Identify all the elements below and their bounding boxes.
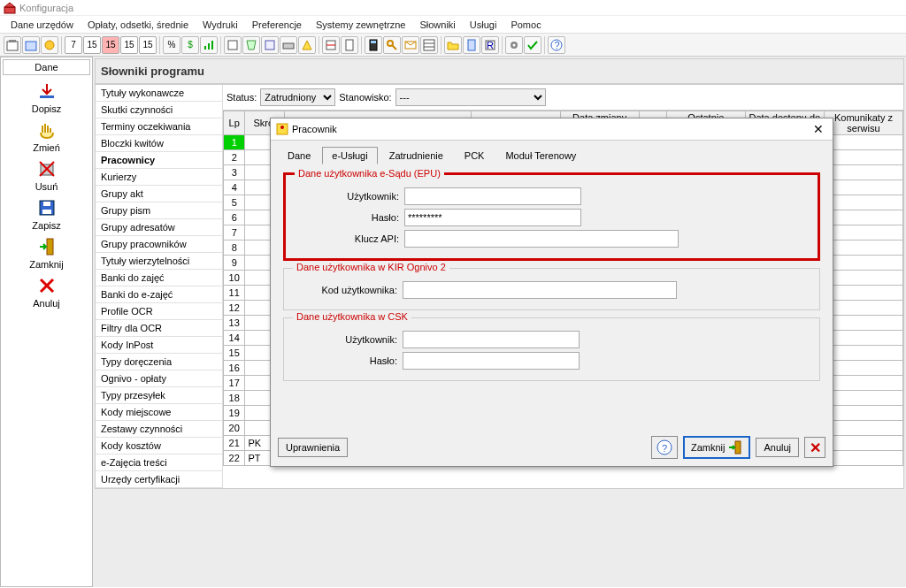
menu-preferencje[interactable]: Preferencje (245, 18, 309, 32)
menu-uslugi[interactable]: Usługi (463, 18, 504, 32)
tool-icon-1[interactable] (4, 36, 21, 54)
dialog-x-button[interactable]: ✕ (804, 437, 825, 458)
dict-item[interactable]: Terminy oczekiwania (96, 118, 222, 135)
tool-doc-icon[interactable] (341, 36, 358, 54)
fieldset-csk: Dane użytkownika w CSK Użytkownik: Hasło… (283, 317, 820, 381)
epu-user-input[interactable] (404, 187, 581, 205)
leftbtn-zmien[interactable]: Zmień (1, 119, 92, 153)
tool-num-7[interactable]: 7 (65, 36, 82, 54)
tool-key-icon[interactable] (383, 36, 401, 54)
tool-num-15c[interactable]: 15 (120, 36, 138, 54)
tool-mail-icon[interactable] (402, 36, 419, 54)
dict-item[interactable]: Grupy pracowników (96, 236, 222, 253)
dict-item[interactable]: e-Zajęcia treści (96, 454, 222, 471)
menu-pomoc[interactable]: Pomoc (503, 18, 548, 32)
dialog-icon (276, 123, 288, 135)
left-tab-dane[interactable]: Dane (3, 59, 90, 75)
dict-item[interactable]: Profile OCR (96, 303, 222, 320)
tool-icon-8[interactable] (298, 36, 316, 54)
toolbar-divider (441, 36, 441, 54)
leftbtn-usun[interactable]: Usuń (1, 158, 92, 192)
tool-reg-icon[interactable]: R (481, 36, 499, 54)
tool-icon-2[interactable] (22, 36, 40, 54)
dict-item[interactable]: Filtry dla OCR (96, 320, 222, 337)
tool-gear-icon[interactable] (505, 36, 523, 54)
leftbtn-anuluj[interactable]: Anuluj (1, 275, 92, 309)
tool-icon-6[interactable] (261, 36, 279, 54)
tab-zatrudnienie[interactable]: Zatrudnienie (380, 147, 453, 164)
tool-help-icon[interactable]: ? (548, 36, 565, 54)
col-header[interactable]: Komunikaty z serwisu (824, 111, 902, 135)
dict-item[interactable]: Banki do zajęć (96, 270, 222, 286)
tool-percent[interactable]: % (163, 36, 180, 54)
dict-item[interactable]: Zestawy czynności (96, 421, 222, 438)
col-header[interactable]: Lp (224, 111, 245, 135)
dict-item[interactable]: Skutki czynności (96, 102, 222, 118)
leftbtn-dopisz[interactable]: Dopisz (1, 80, 92, 114)
dict-item[interactable]: Ognivo - opłaty (96, 370, 222, 387)
dict-item[interactable]: Typy doręczenia (96, 354, 222, 370)
tool-calc-icon[interactable] (365, 36, 382, 54)
zamknij-button[interactable]: Zamknij (683, 436, 751, 459)
dict-item[interactable]: Grupy adresatów (96, 219, 222, 236)
uprawnienia-button[interactable]: Uprawnienia (278, 438, 348, 457)
tool-folder-icon[interactable] (444, 36, 462, 54)
tab-pck[interactable]: PCK (455, 147, 495, 164)
app-icon (4, 2, 16, 14)
tool-icon-5[interactable] (242, 36, 260, 54)
csk-user-input[interactable] (403, 331, 580, 348)
tool-dollar[interactable]: $ (181, 36, 199, 54)
fieldset-kir-legend: Dane użytkownika w KIR Ognivo 2 (293, 262, 449, 272)
dict-item[interactable]: Urzędy certyfikacji (96, 471, 222, 488)
tool-check-icon[interactable] (524, 36, 541, 54)
tool-num-15d[interactable]: 15 (139, 36, 157, 54)
leftbtn-zapisz[interactable]: Zapisz (1, 197, 92, 231)
svg-line-19 (392, 45, 396, 50)
dialog-titlebar[interactable]: Pracownik ✕ (271, 118, 833, 141)
help-button[interactable]: ? (651, 436, 678, 459)
tool-scan-icon[interactable] (322, 36, 340, 54)
dict-item[interactable]: Tytuły wierzytelności (96, 253, 222, 270)
dict-item[interactable]: Pracownicy (96, 152, 222, 169)
dict-item[interactable]: Typy przesyłek (96, 387, 222, 404)
dialog-close-button[interactable]: ✕ (810, 122, 827, 136)
epu-pass-input[interactable] (404, 209, 581, 226)
tool-icon-7[interactable] (280, 36, 297, 54)
tool-chart-icon[interactable] (200, 36, 218, 54)
kir-code-input[interactable] (403, 281, 677, 299)
fieldset-epu: Dane użytkownika e-Sądu (EPU) Użytkownik… (283, 172, 820, 261)
csk-pass-input[interactable] (403, 352, 580, 370)
dict-item[interactable]: Kody InPost (96, 337, 222, 354)
menu-wydruki[interactable]: Wydruki (196, 18, 245, 32)
tab-modul-terenowy[interactable]: Moduł Terenowy (495, 147, 586, 164)
tool-grid-icon[interactable] (420, 36, 438, 54)
tool-num-15b[interactable]: 15 (102, 36, 119, 54)
svg-text:?: ? (555, 40, 560, 50)
dict-item[interactable]: Kody miejscowe (96, 404, 222, 421)
svg-rect-9 (228, 41, 237, 50)
anuluj-button[interactable]: Anuluj (756, 438, 799, 457)
position-select[interactable]: --- (395, 88, 546, 106)
dict-item[interactable]: Grupy akt (96, 186, 222, 202)
tool-icon-4[interactable] (224, 36, 242, 54)
leftbtn-zamknij[interactable]: Zamknij (1, 236, 92, 270)
tool-icon-3[interactable] (41, 36, 58, 54)
tab-dane[interactable]: Dane (278, 147, 320, 164)
dict-item[interactable]: Tytuły wykonawcze (96, 85, 222, 102)
menu-systemy[interactable]: Systemy zewnętrzne (309, 18, 412, 32)
svg-point-5 (45, 41, 54, 50)
menu-dane-urzedow[interactable]: Dane urzędów (4, 18, 81, 32)
dict-item[interactable]: Banki do e-zajęć (96, 286, 222, 303)
dict-item[interactable]: Grupy pism (96, 202, 222, 219)
epu-api-input[interactable] (404, 230, 679, 248)
status-select[interactable]: Zatrudniony (260, 88, 335, 106)
dict-item[interactable]: Kurierzy (96, 169, 222, 186)
dict-item[interactable]: Kody kosztów (96, 438, 222, 454)
epu-user-label: Użytkownik: (293, 191, 399, 202)
menu-oplaty[interactable]: Opłaty, odsetki, średnie (81, 18, 196, 32)
tab-e-uslugi[interactable]: e-Usługi (322, 147, 377, 164)
tool-num-15a[interactable]: 15 (83, 36, 101, 54)
dict-item[interactable]: Bloczki kwitów (96, 135, 222, 152)
tool-doc2-icon[interactable] (463, 36, 480, 54)
menu-slowniki[interactable]: Słowniki (412, 18, 462, 32)
